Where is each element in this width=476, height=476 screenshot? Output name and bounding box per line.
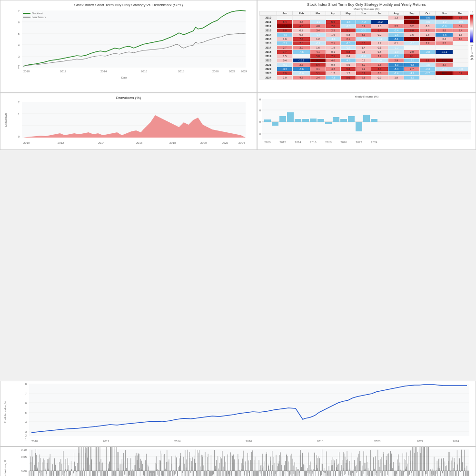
svg-text:5: 5 — [18, 32, 20, 35]
portfolio-value-chart: 8 7 6 5 4 3 2 1 Portfolio value, % 2010 … — [0, 381, 476, 446]
svg-rect-61 — [356, 122, 362, 131]
svg-text:1: 1 — [18, 67, 20, 69]
svg-text:6: 6 — [25, 402, 27, 405]
heatmap-title: Stock Index Short Term Buy Only Strategy… — [259, 2, 474, 7]
svg-rect-21 — [23, 13, 30, 14]
svg-rect-56 — [317, 119, 324, 122]
svg-text:2018: 2018 — [169, 141, 176, 144]
svg-text:2014: 2014 — [100, 70, 107, 73]
svg-text:2012: 2012 — [279, 141, 286, 144]
svg-text:3: 3 — [25, 430, 27, 433]
svg-rect-58 — [333, 117, 339, 122]
drawdown-svg: 2 1 0 Drawdown 2010 2012 2014 2016 2018 … — [3, 101, 250, 149]
svg-rect-60 — [348, 116, 355, 122]
svg-text:2018: 2018 — [317, 440, 324, 443]
svg-text:1: 1 — [25, 438, 27, 441]
svg-text:2020: 2020 — [212, 70, 219, 73]
svg-text:0: 0 — [18, 135, 20, 138]
svg-rect-59 — [340, 119, 347, 122]
svg-text:40: 40 — [259, 98, 261, 101]
svg-text:2020: 2020 — [200, 141, 207, 144]
svg-text:4: 4 — [18, 44, 20, 47]
svg-text:3: 3 — [18, 55, 20, 58]
svg-text:Period returns, %: Period returns, % — [4, 459, 7, 476]
svg-text:2022: 2022 — [229, 70, 236, 73]
svg-text:2022: 2022 — [222, 141, 228, 144]
svg-text:2014: 2014 — [174, 440, 181, 443]
svg-text:8: 8 — [25, 383, 27, 386]
svg-text:2014: 2014 — [295, 141, 301, 144]
svg-text:Portfolio value, %: Portfolio value, % — [4, 401, 7, 423]
svg-text:2020: 2020 — [340, 141, 347, 144]
svg-text:0: 0 — [259, 120, 261, 123]
monthly-returns-label: Monthly Returns (%) — [259, 8, 474, 10]
svg-rect-54 — [302, 119, 309, 122]
monthly-heatmap-table: JanFebMarAprMayJun JulAugSepOctNovDec 20… — [259, 11, 468, 80]
svg-text:2016: 2016 — [136, 141, 143, 144]
period-returns-svg: 0.10 0.05 0.00 -0.05 -0.10 Period return… — [0, 447, 476, 476]
svg-rect-57 — [325, 122, 332, 124]
yearly-bars-svg: 40 20 0 -20 2010 2012 2014 — [259, 98, 474, 148]
svg-text:6: 6 — [18, 21, 20, 24]
svg-text:2024: 2024 — [241, 70, 248, 73]
svg-text:2014: 2014 — [98, 141, 105, 144]
svg-text:2022: 2022 — [417, 440, 424, 443]
svg-text:2: 2 — [18, 101, 20, 104]
svg-text:benchmark: benchmark — [32, 16, 47, 19]
svg-text:0.00: 0.00 — [21, 470, 27, 473]
svg-rect-53 — [295, 119, 301, 122]
svg-rect-52 — [287, 112, 294, 122]
svg-text:2010: 2010 — [31, 440, 38, 443]
svg-text:1: 1 — [18, 113, 20, 116]
svg-text:2022: 2022 — [356, 141, 362, 144]
portfolio-svg: 8 7 6 5 4 3 2 1 Portfolio value, % 2010 … — [0, 381, 476, 447]
svg-text:2012: 2012 — [58, 141, 64, 144]
svg-text:2018: 2018 — [178, 70, 185, 73]
svg-text:4: 4 — [25, 421, 27, 424]
svg-text:2012: 2012 — [60, 70, 67, 73]
svg-rect-72 — [29, 384, 469, 436]
svg-rect-55 — [310, 119, 317, 122]
svg-text:Drawdown: Drawdown — [4, 113, 7, 127]
svg-text:Date: Date — [121, 76, 128, 79]
svg-text:0.05: 0.05 — [21, 456, 27, 458]
svg-rect-63 — [371, 119, 377, 122]
svg-rect-23 — [23, 17, 30, 18]
svg-text:0.10: 0.10 — [21, 448, 27, 451]
svg-text:7: 7 — [25, 392, 27, 395]
svg-text:2020: 2020 — [374, 440, 381, 443]
svg-text:2: 2 — [25, 434, 27, 437]
equity-benchmark-title: Stock Index Short Term Buy Only Strategy… — [3, 3, 254, 7]
svg-text:2018: 2018 — [325, 141, 332, 144]
svg-text:5: 5 — [25, 411, 27, 414]
svg-text:2012: 2012 — [103, 440, 109, 443]
svg-text:2024: 2024 — [453, 440, 459, 443]
svg-text:2010: 2010 — [264, 141, 271, 144]
svg-rect-49 — [264, 119, 271, 122]
svg-text:2024: 2024 — [238, 141, 245, 144]
equity-line-chart: 7 6 5 4 3 2 1 2010 2012 2014 2016 2018 2… — [3, 8, 250, 82]
svg-text:2010: 2010 — [23, 141, 30, 144]
svg-text:2016: 2016 — [310, 141, 317, 144]
svg-text:-20: -20 — [259, 133, 261, 136]
svg-text:2010: 2010 — [23, 70, 30, 73]
heatmap-chart: Stock Index Short Term Buy Only Strategy… — [257, 0, 476, 93]
svg-text:Backtest: Backtest — [32, 12, 43, 15]
drawdown-title: Drawdown (%) — [3, 96, 254, 100]
yearly-returns-chart: Yearly Returns (%) 40 20 0 -20 — [257, 93, 476, 150]
svg-rect-62 — [363, 115, 370, 122]
svg-text:20: 20 — [259, 109, 261, 112]
svg-text:2016: 2016 — [141, 70, 148, 73]
charts-area: Stock Index Short Term Buy Only Strategy… — [0, 0, 476, 381]
period-returns-chart: 0.10 0.05 0.00 -0.05 -0.10 Period return… — [0, 446, 476, 476]
drawdown-chart: Drawdown (%) 2 1 0 Drawdown 2010 2012 20… — [0, 93, 257, 150]
svg-rect-50 — [272, 122, 278, 126]
svg-text:2024: 2024 — [371, 141, 377, 144]
svg-text:7: 7 — [18, 10, 20, 12]
equity-vs-benchmark-chart: Stock Index Short Term Buy Only Strategy… — [0, 0, 257, 93]
svg-text:2016: 2016 — [246, 440, 252, 443]
svg-rect-51 — [279, 116, 286, 122]
